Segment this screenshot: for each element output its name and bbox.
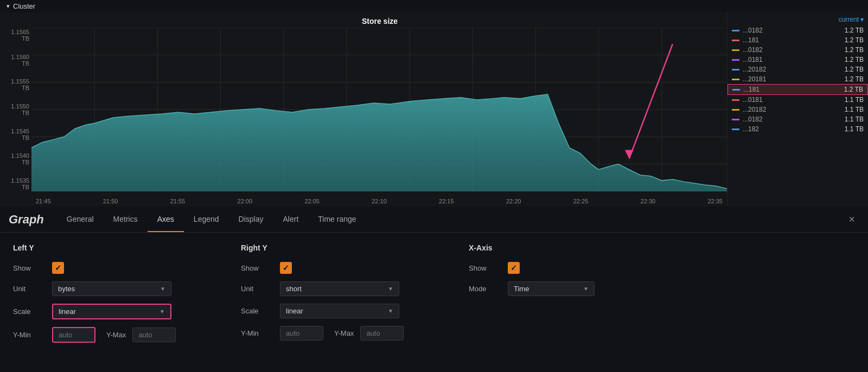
cluster-label: Cluster [13,2,35,10]
chart-title: Store size [33,17,727,25]
graph-title: Graph [9,213,44,227]
chart-main: Store size 1.1565 TB1.1560 TB1.1555 TB1.… [0,12,727,207]
right-y-max-input[interactable] [360,326,404,341]
left-y-minmax-row: Y-Min Y-Max [13,327,219,343]
left-y-show-checkbox[interactable] [52,262,64,274]
list-item[interactable]: ...201821.2 TB [727,65,868,74]
list-item[interactable]: ...1811.2 TB [727,84,868,95]
left-y-unit-row: Unit bytes ▼ [13,281,219,296]
legend-item-name: ...0181 [743,56,841,63]
right-y-group: Right Y Show Unit short ▼ Scale linear ▼ [241,243,447,343]
legend-current-label: current [839,16,859,23]
list-item[interactable]: ...1821.1 TB [727,124,868,134]
legend-color-swatch [732,40,739,41]
right-y-minmax-row: Y-Min Y-Max [241,326,447,341]
legend-item-value: 1.2 TB [845,75,864,83]
list-item[interactable]: ...01811.1 TB [727,95,868,105]
x-axis-label: 21:45 [36,198,51,204]
tab-metrics[interactable]: Metrics [104,207,148,232]
right-y-max-label: Y-Max [334,329,354,337]
y-axis-label: 1.1555 TB [2,78,29,91]
left-y-unit-value: bytes [58,285,75,293]
dropdown-arrow-icon: ▼ [583,286,589,292]
svg-marker-19 [625,150,634,158]
cluster-header: ▾ Cluster [0,0,868,12]
chart-y-labels: 1.1565 TB1.1560 TB1.1555 TB1.1550 TB1.15… [0,28,31,191]
legend-item-value: 1.1 TB [845,106,864,113]
legend-color-swatch [732,99,739,101]
chart-svg [31,28,727,191]
list-item[interactable]: ...01821.2 TB [727,45,868,55]
x-axis-group: X-Axis Show Mode Time ▼ [469,243,675,343]
right-y-title: Right Y [241,243,447,252]
right-y-unit-select[interactable]: short ▼ [280,281,399,296]
x-axis-show-checkbox[interactable] [508,262,520,274]
left-y-show-row: Show [13,262,219,274]
list-item[interactable]: ...1811.2 TB [727,35,868,45]
dropdown-arrow-icon: ▼ [388,286,393,292]
x-axis-label: 22:25 [573,198,589,204]
right-y-unit-value: short [286,285,302,293]
legend-color-swatch [732,49,739,51]
tabs-container: GeneralMetricsAxesLegendDisplayAlertTime… [57,207,366,232]
x-axis-show-label: Show [469,264,501,272]
x-axis-label: 22:00 [238,198,253,204]
list-item[interactable]: ...201821.1 TB [727,105,868,114]
tab-legend[interactable]: Legend [184,207,229,232]
x-axis-label: 22:30 [641,198,656,204]
legend-item-value: 1.2 TB [844,86,863,93]
right-y-scale-row: Scale linear ▼ [241,304,447,318]
left-y-scale-select[interactable]: linear ▼ [52,304,171,319]
left-y-show-label: Show [13,264,46,272]
tab-display[interactable]: Display [229,207,273,232]
legend-item-value: 1.2 TB [845,46,864,54]
y-axis-label: 1.1545 TB [2,128,29,141]
legend-item-value: 1.2 TB [845,66,864,73]
x-axis-mode-select[interactable]: Time ▼ [508,281,595,296]
svg-line-18 [629,44,673,158]
list-item[interactable]: ...01821.2 TB [727,25,868,35]
legend-color-swatch [732,119,739,120]
legend-item-name: ...181 [743,36,841,44]
tab-axes[interactable]: Axes [148,207,184,232]
left-y-max-label: Y-Max [106,331,126,339]
legend-panel: current ▾ ...01821.2 TB...1811.2 TB...01… [727,12,868,207]
chart-container: Store size 1.1565 TB1.1560 TB1.1555 TB1.… [0,12,868,207]
x-axis-title: X-Axis [469,243,675,252]
right-y-show-row: Show [241,262,447,274]
left-y-min-label: Y-Min [13,331,46,339]
right-y-min-label: Y-Min [241,329,273,337]
legend-item-name: ...0182 [743,46,841,54]
right-y-min-input[interactable] [280,326,323,341]
left-y-scale-label: Scale [13,307,46,316]
y-axis-label: 1.1550 TB [2,103,29,116]
left-y-min-input[interactable] [52,327,95,343]
x-axis-label: 22:35 [707,198,723,204]
close-button[interactable]: × [844,213,859,226]
list-item[interactable]: ...01811.2 TB [727,55,868,65]
x-axis-label: 22:05 [304,198,320,204]
x-axis-label: 22:20 [506,198,521,204]
right-y-scale-select[interactable]: linear ▼ [280,304,399,318]
legend-current-header: current ▾ [727,15,868,25]
legend-item-name: ...0182 [743,27,841,34]
legend-item-name: ...20182 [743,106,841,113]
right-y-scale-value: linear [286,307,303,315]
legend-item-name: ...20182 [743,66,841,73]
left-y-scale-row: Scale linear ▼ [13,304,219,319]
legend-item-value: 1.2 TB [845,56,864,63]
legend-current-button[interactable]: current ▾ [839,16,864,23]
legend-color-swatch [732,89,740,91]
legend-item-value: 1.2 TB [845,36,864,44]
list-item[interactable]: ...01821.1 TB [727,114,868,124]
legend-color-swatch [732,109,739,111]
tab-general[interactable]: General [57,207,104,232]
left-y-unit-select[interactable]: bytes ▼ [52,281,171,296]
left-y-group: Left Y Show Unit bytes ▼ Scale linear ▼ [13,243,219,343]
legend-color-swatch [732,69,739,70]
tab-alert[interactable]: Alert [273,207,308,232]
tab-time-range[interactable]: Time range [308,207,366,232]
list-item[interactable]: ...201811.2 TB [727,74,868,84]
right-y-show-checkbox[interactable] [280,262,292,274]
left-y-max-input[interactable] [132,328,176,342]
